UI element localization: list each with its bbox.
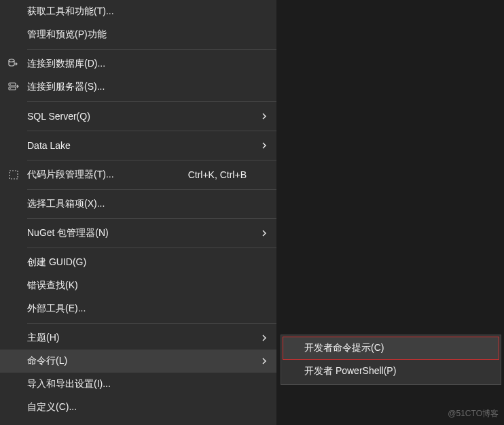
menu-item[interactable]: 命令行(L) [0,350,276,373]
menu-item[interactable]: 管理和预览(P)功能 [0,23,276,46]
menu-item-label: 选择工具箱项(X)... [27,198,260,210]
menu-item[interactable]: 代码片段管理器(T)...Ctrl+K, Ctrl+B [0,163,276,186]
menu-item[interactable]: 导入和导出设置(I)... [0,373,276,396]
chevron-right-icon [260,113,268,120]
menu-item[interactable]: 外部工具(E)... [0,297,276,320]
menu-item-label: 连接到数据库(D)... [27,58,260,70]
svg-rect-1 [9,83,16,86]
menu-item-label: 主题(H) [27,332,260,344]
svg-point-0 [9,59,14,62]
menu-item-label: 管理和预览(P)功能 [27,29,260,41]
menu-item-shortcut: Ctrl+K, Ctrl+B [188,169,260,180]
submenu-item-label: 开发者 PowerShell(P) [304,365,491,377]
tools-menu: 获取工具和功能(T)...管理和预览(P)功能连接到数据库(D)...连接到服务… [0,0,276,425]
menu-separator [27,189,276,190]
menu-item-label: 获取工具和功能(T)... [27,5,260,18]
svg-point-3 [10,84,11,84]
menu-item[interactable]: 创建 GUID(G) [0,251,276,274]
submenu-item[interactable]: 开发者 PowerShell(P) [283,360,499,383]
menu-separator [27,131,276,131]
chevron-right-icon [260,358,268,364]
menu-item-label: NuGet 包管理器(N) [27,227,260,239]
svg-rect-2 [9,87,16,90]
menu-separator [27,160,276,160]
menu-item-label: 错误查找(K) [27,279,260,292]
menu-item-label: 命令行(L) [27,355,260,367]
command-line-submenu: 开发者命令提示(C)开发者 PowerShell(P) [281,335,501,385]
submenu-item[interactable]: 开发者命令提示(C) [283,337,499,360]
menu-item[interactable]: 连接到服务器(S)... [0,75,276,99]
menu-item[interactable]: SQL Server(Q) [0,105,276,128]
svg-point-4 [10,88,11,88]
menu-separator [27,101,276,102]
menu-item-label: 自定义(C)... [27,401,260,413]
menu-item[interactable]: 自定义(C)... [0,396,276,419]
menu-item-label: 创建 GUID(G) [27,256,260,269]
menu-item[interactable]: Data Lake [0,134,276,157]
menu-item[interactable]: 获取工具和功能(T)... [0,0,276,23]
menu-item[interactable]: 选择工具箱项(X)... [0,192,276,216]
svg-rect-5 [10,171,18,179]
menu-item-label: 连接到服务器(S)... [27,81,260,93]
server-icon [0,81,27,93]
chevron-right-icon [260,230,268,237]
submenu-item-label: 开发者命令提示(C) [304,342,491,354]
menu-separator [27,218,276,219]
menu-item[interactable]: 选项(O)... [0,419,276,425]
menu-separator [27,49,276,50]
menu-separator [27,248,276,248]
menu-item-label: Data Lake [27,140,260,151]
watermark: @51CTO博客 [448,408,499,420]
chevron-right-icon [260,142,268,149]
menu-item[interactable]: 主题(H) [0,326,276,350]
snippet-icon [0,169,27,181]
menu-item-label: 外部工具(E)... [27,303,260,315]
chevron-right-icon [260,335,268,341]
menu-item[interactable]: NuGet 包管理器(N) [0,222,276,245]
menu-item-label: 导入和导出设置(I)... [27,378,260,390]
menu-item-label: SQL Server(Q) [27,111,260,122]
menu-item[interactable]: 连接到数据库(D)... [0,52,276,75]
menu-separator [27,323,276,324]
menu-item-label: 代码片段管理器(T)... [27,169,188,181]
menu-item[interactable]: 错误查找(K) [0,274,276,297]
db-icon [0,58,27,70]
